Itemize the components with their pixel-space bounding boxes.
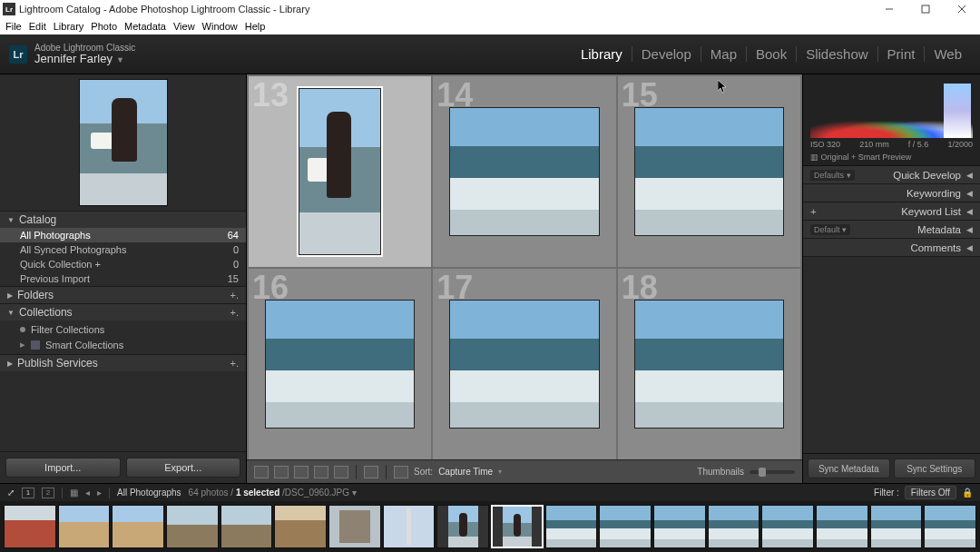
menu-window[interactable]: Window — [199, 21, 241, 32]
module-develop[interactable]: Develop — [632, 46, 701, 62]
catalog-item[interactable]: All Photographs64 — [0, 228, 246, 242]
sync-metadata-button[interactable]: Sync Metadata — [808, 458, 890, 478]
filmstrip-cell[interactable] — [653, 505, 706, 548]
catalog-header[interactable]: ▼Catalog — [0, 212, 246, 228]
catalog-item[interactable]: Quick Collection +0 — [0, 257, 246, 271]
add-publish-icon[interactable]: +. — [230, 358, 239, 369]
filmstrip-cell[interactable] — [112, 505, 164, 548]
catalog-item[interactable]: All Synced Photographs0 — [0, 242, 246, 257]
catalog-item[interactable]: Previous Import15 — [0, 271, 246, 286]
module-book[interactable]: Book — [747, 46, 797, 62]
chevron-down-icon: ▾ — [498, 468, 502, 476]
preset-tag[interactable]: Default ▾ — [810, 224, 850, 235]
filmstrip-cell[interactable] — [328, 505, 381, 548]
filmstrip-cell[interactable] — [708, 505, 760, 548]
thumbnail-size-slider[interactable] — [750, 470, 795, 474]
filmstrip-cell[interactable] — [924, 505, 976, 548]
grid-cell[interactable]: 17 — [433, 269, 615, 459]
panel-metadata[interactable]: Default ▾Metadata◀ — [803, 221, 980, 239]
panel-comments[interactable]: Comments◀ — [803, 239, 980, 257]
grid-cell[interactable]: 14 — [433, 76, 615, 267]
navigator-preview[interactable] — [0, 74, 246, 211]
menu-edit[interactable]: Edit — [25, 21, 50, 32]
sort-value[interactable]: Capture Time — [438, 467, 493, 477]
filmstrip-cell[interactable] — [166, 505, 219, 548]
grid-mode-icon[interactable]: ▦ — [70, 488, 78, 498]
filmstrip-cell[interactable] — [58, 505, 111, 548]
module-web[interactable]: Web — [925, 46, 971, 62]
panel-label: Quick Develop — [893, 170, 961, 181]
window-1-icon[interactable]: 1 — [22, 488, 34, 498]
menu-library[interactable]: Library — [50, 21, 88, 32]
module-library[interactable]: Library — [572, 46, 632, 62]
filmstrip-cell[interactable] — [220, 505, 273, 548]
triangle-right-icon: ▶ — [7, 360, 13, 368]
filmstrip-cell[interactable] — [436, 505, 489, 548]
menu-help[interactable]: Help — [241, 21, 270, 32]
add-folder-icon[interactable]: +. — [230, 290, 239, 301]
grid-thumbnail — [634, 300, 784, 429]
filmstrip-cell[interactable] — [491, 505, 544, 548]
module-slideshow[interactable]: Slideshow — [797, 46, 877, 62]
menu-photo[interactable]: Photo — [87, 21, 121, 32]
panel-quick-develop[interactable]: Defaults ▾Quick Develop◀ — [803, 166, 980, 184]
survey-view-icon[interactable] — [314, 466, 328, 478]
plus-icon[interactable]: + — [810, 206, 817, 217]
grid-view-icon[interactable] — [254, 466, 269, 478]
filmstrip-cell[interactable] — [816, 505, 868, 548]
preset-tag[interactable]: Defaults ▾ — [810, 170, 855, 181]
filmstrip-cell[interactable] — [383, 505, 436, 548]
export-button[interactable]: Export... — [126, 458, 241, 478]
sort-direction-icon[interactable] — [394, 466, 408, 478]
identity-plate[interactable]: Adobe Lightroom Classic Jennifer Farley▼ — [34, 43, 135, 65]
grid-cell[interactable]: 16 — [249, 269, 431, 459]
filmstrip-cell[interactable] — [4, 505, 56, 548]
menu-metadata[interactable]: Metadata — [121, 21, 170, 32]
filter-lock-icon[interactable]: 🔒 — [962, 488, 973, 498]
sync-settings-button[interactable]: Sync Settings — [894, 458, 976, 478]
preview-status: ▥ Original + Smart Preview — [803, 151, 980, 166]
panel-keywording[interactable]: Keywording◀ — [803, 184, 980, 202]
filter-collections-row[interactable]: Filter Collections — [0, 322, 246, 337]
filter-value[interactable]: Filters Off — [905, 486, 956, 499]
grid-cell[interactable]: 18 — [618, 269, 800, 459]
import-button[interactable]: Import... — [5, 458, 121, 478]
histogram-info: ISO 320 210 mm f / 5.6 1/2000 — [803, 138, 980, 151]
painter-icon[interactable] — [364, 466, 378, 478]
forward-icon[interactable]: ▸ — [97, 488, 102, 498]
people-view-icon[interactable] — [334, 466, 348, 478]
close-button[interactable] — [944, 0, 980, 18]
maximize-button[interactable] — [907, 0, 944, 18]
svg-rect-1 — [922, 5, 929, 13]
window-2-icon[interactable]: 2 — [42, 488, 54, 498]
module-print[interactable]: Print — [878, 46, 926, 62]
minimize-button[interactable] — [871, 0, 907, 18]
add-collection-icon[interactable]: +. — [230, 307, 239, 318]
compare-view-icon[interactable] — [294, 466, 309, 478]
filmstrip-cell[interactable] — [599, 505, 652, 548]
grid-cell[interactable]: 15 — [618, 76, 800, 267]
menu-file[interactable]: File — [2, 21, 25, 32]
filmstrip-cell[interactable] — [761, 505, 814, 548]
filmstrip[interactable] — [0, 501, 980, 552]
filmstrip-thumbnail — [817, 506, 867, 547]
filmstrip-cell[interactable] — [545, 505, 598, 548]
grid-cell[interactable]: 13 — [249, 76, 431, 267]
second-window-icon[interactable]: ⤢ — [7, 488, 15, 498]
menu-view[interactable]: View — [170, 21, 199, 32]
histogram[interactable] — [803, 74, 980, 138]
filmstrip-cell[interactable] — [274, 505, 327, 548]
loupe-view-icon[interactable] — [274, 466, 289, 478]
module-map[interactable]: Map — [701, 46, 747, 62]
collections-header[interactable]: ▼Collections+. — [0, 304, 246, 320]
filmstrip-cell[interactable] — [870, 505, 923, 548]
cell-index: 18 — [622, 269, 658, 307]
menu-bar: FileEditLibraryPhotoMetadataViewWindowHe… — [0, 18, 980, 34]
app-header: Lr Adobe Lightroom Classic Jennifer Farl… — [0, 34, 980, 74]
panel-keyword-list[interactable]: +Keyword List◀ — [803, 202, 980, 221]
publish-header[interactable]: ▶Publish Services+. — [0, 355, 246, 371]
folders-header[interactable]: ▶Folders+. — [0, 287, 246, 303]
back-icon[interactable]: ◂ — [85, 488, 90, 498]
smart-collections-row[interactable]: ▸Smart Collections — [0, 337, 246, 352]
source-label[interactable]: All Photographs — [117, 488, 181, 498]
